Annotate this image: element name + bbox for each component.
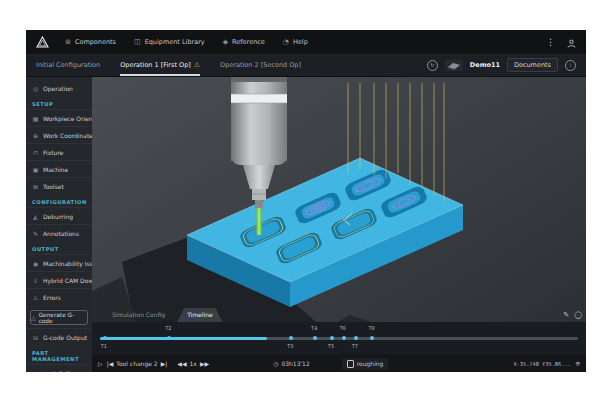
nav-equipment-library[interactable]: ◫Equipment Library xyxy=(134,38,205,46)
tab-simulation-config[interactable]: Simulation Config xyxy=(102,308,175,322)
speed-label[interactable]: 1x xyxy=(190,360,197,367)
operation-doc-icon xyxy=(347,360,354,368)
sidebar-item-fixture[interactable]: ⊓Fixture xyxy=(26,143,92,160)
project-name: Demo11 xyxy=(470,61,500,69)
sidebar-item-gcode-output[interactable]: ⊟G-code Output xyxy=(26,328,92,345)
tab-timeline[interactable]: Timeline xyxy=(177,308,223,322)
nav-components[interactable]: ⊛Components xyxy=(65,38,116,46)
components-icon: ⊛ xyxy=(65,38,71,46)
sidebar-item-work-coordinate-system[interactable]: ⊕Work Coordinate System xyxy=(26,126,92,143)
viewport: ✎ ◯ Simulation Config Timeline T1 T2 T3 … xyxy=(92,77,586,372)
work-coordinate-system-icon: ⊕ xyxy=(32,132,39,139)
tab-operation-2[interactable]: Operation 2 [Second Op] xyxy=(220,54,301,76)
current-operation-label: roughing xyxy=(357,360,384,367)
lock-clone-icon: ⊡ xyxy=(32,370,39,373)
sidebar-item-machinability-issues[interactable]: ◉Machinability Issues xyxy=(26,254,92,271)
part-thumbnail[interactable] xyxy=(445,56,463,75)
fast-forward-button[interactable]: ▶▶ xyxy=(200,360,209,367)
kebab-menu-icon[interactable]: ⋮ xyxy=(546,38,555,47)
documents-button[interactable]: Documents xyxy=(507,58,558,72)
machine-icon: ▣ xyxy=(32,166,39,173)
sidebar-item-operation[interactable]: ◎Operation xyxy=(26,80,92,96)
visibility-circle-icon[interactable]: ◯ xyxy=(574,311,582,319)
sidebar-item-errors[interactable]: ⚠Errors xyxy=(26,288,92,305)
current-operation-chip[interactable]: roughing xyxy=(342,358,389,370)
viewport-tools: ✎ ◯ xyxy=(563,311,582,319)
sidebar: ◎Operation SETUP ▦Workpiece Orientation … xyxy=(26,77,92,372)
errors-icon: ⚠ xyxy=(32,294,39,301)
help-icon: ◔ xyxy=(283,38,289,46)
user-account-icon[interactable] xyxy=(567,33,576,52)
sidebar-section-setup: SETUP xyxy=(26,96,92,109)
generate-gcode-icon: △ xyxy=(31,314,36,321)
reference-icon: ◈ xyxy=(223,38,228,46)
topbar-right: ⋮ xyxy=(546,33,576,52)
tab-initial-configuration[interactable]: Initial Configuration xyxy=(36,54,100,76)
annotate-pencil-icon[interactable]: ✎ xyxy=(563,311,569,319)
sidebar-section-configuration: CONFIGURATION xyxy=(26,194,92,207)
main-nav: ⊛Components ◫Equipment Library ◈Referenc… xyxy=(65,38,308,46)
warning-triangle-icon: ⚠ xyxy=(194,61,200,69)
timeline-scrubber[interactable]: T1 T2 T3 T4 T5 T6 T7 T8 xyxy=(92,322,586,354)
app-window: ⊛Components ◫Equipment Library ◈Referenc… xyxy=(26,30,586,372)
equipment-library-icon: ◫ xyxy=(134,38,141,46)
generate-gcode-button[interactable]: △Generate G-code xyxy=(30,310,88,325)
sidebar-item-machine[interactable]: ▣Machine xyxy=(26,160,92,177)
sidebar-item-deburring[interactable]: ◭Deburring xyxy=(26,207,92,224)
timeline-tab-bar: Simulation Config Timeline xyxy=(92,305,586,322)
tool-change-label: Tool change 2 xyxy=(116,360,157,367)
prev-tool-change-button[interactable]: |◀ xyxy=(107,360,114,367)
sidebar-item-lock-clone[interactable]: ⊡Lock & Clone xyxy=(26,364,92,372)
gcode-output-icon: ⊟ xyxy=(32,334,39,341)
nav-reference[interactable]: ◈Reference xyxy=(223,38,265,46)
machinability-issues-icon: ◉ xyxy=(32,260,39,267)
tab-operation-1[interactable]: Operation 1 [First Op]⚠ xyxy=(120,54,200,76)
annotations-icon: ✎ xyxy=(32,230,39,237)
hybrid-cam-downloads-icon: ⇩ xyxy=(32,277,39,284)
sidebar-item-hybrid-cam-downloads[interactable]: ⇩Hybrid CAM Downloads xyxy=(26,271,92,288)
sync-view-icon[interactable]: ↻ xyxy=(427,60,438,71)
sidebar-item-toolset[interactable]: ⊠Toolset xyxy=(26,177,92,194)
timeline-panel: Simulation Config Timeline T1 T2 T3 T4 T… xyxy=(92,305,586,372)
deburring-icon: ◭ xyxy=(32,213,39,220)
top-bar: ⊛Components ◫Equipment Library ◈Referenc… xyxy=(26,30,586,54)
sidebar-item-annotations[interactable]: ✎Annotations xyxy=(26,224,92,241)
tool-coordinates: X-35.748 Y35.86... xyxy=(513,361,570,367)
sidebar-item-workpiece-orientation[interactable]: ▦Workpiece Orientation xyxy=(26,109,92,126)
timeline-markers: T1 T2 T3 T4 T5 T6 T7 T8 xyxy=(100,322,578,354)
hamburger-menu-icon[interactable]: ≡ xyxy=(576,360,580,368)
elapsed-time: 03h13'12 xyxy=(281,360,309,367)
next-tool-change-button[interactable]: ▶| xyxy=(161,360,168,367)
tabbar-right: ↻ Demo11 Documents i xyxy=(427,56,576,75)
play-button[interactable]: ▷ xyxy=(98,360,103,367)
nav-help[interactable]: ◔Help xyxy=(283,38,308,46)
sidebar-section-part-management: PART MANAGEMENT xyxy=(26,345,92,364)
workpiece-orientation-icon: ▦ xyxy=(32,115,39,122)
sidebar-section-output: OUTPUT xyxy=(26,241,92,254)
rewind-button[interactable]: ◀◀ xyxy=(177,360,186,367)
operation-icon: ◎ xyxy=(32,85,39,92)
app-logo-icon[interactable] xyxy=(36,36,49,48)
fixture-icon: ⊓ xyxy=(32,149,39,156)
operation-tab-bar: Initial Configuration Operation 1 [First… xyxy=(26,54,586,77)
clock-icon: ◷ xyxy=(273,360,278,367)
toolset-icon: ⊠ xyxy=(32,183,39,190)
playback-controls: ▷ |◀ Tool change 2 ▶| ◀◀ 1x ▶▶ ◷ 03h13'1… xyxy=(92,354,586,372)
info-icon[interactable]: i xyxy=(565,60,576,71)
